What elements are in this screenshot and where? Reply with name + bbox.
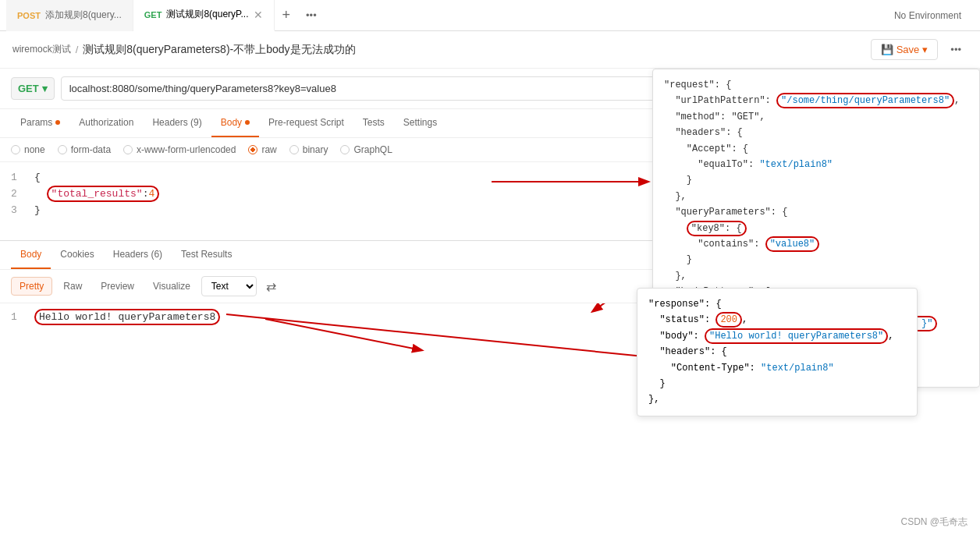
rp-line-8: }, bbox=[664, 189, 968, 204]
hello-world-highlight: Hello world! queryParameters8 bbox=[34, 309, 220, 325]
rp-line-4: "headers": { bbox=[664, 125, 968, 140]
ap-line-4: "headers": { bbox=[648, 344, 906, 360]
urlencoded-radio-icon bbox=[123, 145, 133, 154]
tab-overflow-button[interactable]: ••• bbox=[298, 9, 325, 21]
get-method-label: GET bbox=[144, 10, 162, 19]
raw-radio[interactable]: raw bbox=[248, 144, 276, 155]
headers-tab[interactable]: Headers (9) bbox=[143, 109, 211, 137]
line-number-1: 1 bbox=[11, 170, 27, 186]
rp-line-13: }, bbox=[664, 268, 968, 284]
tab-post[interactable]: POST 添加规则8(query... bbox=[6, 0, 133, 31]
preview-tab[interactable]: Preview bbox=[93, 278, 142, 295]
cookies-label: Cookies bbox=[60, 249, 94, 260]
rp-line-5: "Accept": { bbox=[664, 141, 968, 157]
pretty-label: Pretty bbox=[20, 281, 44, 292]
save-button[interactable]: 💾 Save ▾ bbox=[871, 39, 939, 60]
visualize-tab[interactable]: Visualize bbox=[145, 278, 198, 295]
post-method-label: POST bbox=[17, 11, 41, 20]
graphql-radio[interactable]: GraphQL bbox=[340, 144, 392, 155]
graphql-label: GraphQL bbox=[353, 144, 392, 155]
form-data-label: form-data bbox=[71, 144, 111, 155]
rp-line-7: } bbox=[664, 172, 968, 188]
wrap-lines-button[interactable]: ⇄ bbox=[266, 279, 276, 294]
breadcrumb-current: 测试规则8(queryParameters8)-不带上body是无法成功的 bbox=[83, 43, 355, 57]
method-dropdown-icon: ▾ bbox=[42, 83, 48, 94]
main-area: GET ▾ Send Params Authorization bbox=[0, 69, 980, 240]
tests-label: Tests bbox=[363, 117, 385, 128]
visualize-label: Visualize bbox=[153, 281, 190, 292]
authorization-tab[interactable]: Authorization bbox=[69, 109, 143, 137]
ap-line-3: "body": "Hello world! queryParameters8", bbox=[648, 328, 906, 344]
ap-line-5: "Content-Type": "text/plain8" bbox=[648, 360, 906, 376]
authorization-label: Authorization bbox=[79, 117, 133, 128]
resp-line-number-1: 1 bbox=[11, 311, 27, 323]
body-label: Body bbox=[221, 117, 242, 128]
headers-resp-tab[interactable]: Headers (6) bbox=[104, 241, 172, 269]
save-dropdown-icon[interactable]: ▾ bbox=[922, 44, 928, 55]
svg-line-2 bbox=[265, 319, 421, 350]
tab-get[interactable]: GET 测试规则8(queryP... ✕ bbox=[133, 0, 275, 31]
pre-request-tab[interactable]: Pre-request Script bbox=[259, 109, 353, 137]
tab-post-label: 添加规则8(query... bbox=[45, 9, 122, 22]
body-resp-label: Body bbox=[20, 249, 41, 260]
breadcrumb-root: wiremock测试 bbox=[12, 43, 71, 56]
cookies-tab[interactable]: Cookies bbox=[51, 241, 103, 269]
preview-label: Preview bbox=[101, 281, 134, 292]
tests-tab[interactable]: Tests bbox=[353, 109, 394, 137]
rp-line-3: "method": "GET", bbox=[664, 109, 968, 125]
line-number-3: 3 bbox=[11, 203, 27, 219]
settings-label: Settings bbox=[403, 117, 437, 128]
pretty-tab[interactable]: Pretty bbox=[11, 277, 52, 296]
rp-line-9: "queryParameters": { bbox=[664, 204, 968, 220]
text-format-select[interactable]: Text JSON HTML bbox=[201, 276, 257, 296]
breadcrumb-separator: / bbox=[76, 44, 79, 55]
headers-resp-label: Headers (6) bbox=[113, 249, 162, 260]
rp-line-12: } bbox=[664, 252, 968, 268]
test-results-label: Test Results bbox=[181, 249, 232, 260]
raw-radio-icon bbox=[248, 145, 257, 154]
method-value: GET bbox=[18, 83, 39, 94]
none-radio-icon bbox=[11, 145, 20, 154]
environment-selector[interactable]: No Environment bbox=[882, 10, 974, 21]
graphql-radio-icon bbox=[340, 145, 350, 154]
params-dot bbox=[55, 120, 60, 125]
headers-label: Headers (9) bbox=[152, 117, 201, 128]
settings-tab[interactable]: Settings bbox=[394, 109, 446, 137]
line-number-2: 2 bbox=[11, 186, 27, 203]
tab-bar: POST 添加规则8(query... GET 测试规则8(queryP... … bbox=[0, 0, 980, 31]
rp-line-10: "key8": { bbox=[664, 221, 968, 236]
resp-content: Hello world! queryParameters8 bbox=[34, 311, 220, 323]
body-tab[interactable]: Body bbox=[211, 109, 259, 137]
close-tab-icon[interactable]: ✕ bbox=[254, 9, 263, 21]
total-results-highlight: "total_results":4 bbox=[47, 186, 160, 202]
urlencoded-label: x-www-form-urlencoded bbox=[137, 144, 236, 155]
urlencoded-radio[interactable]: x-www-form-urlencoded bbox=[123, 144, 236, 155]
ap-line-2: "status": 200, bbox=[648, 312, 906, 328]
response-body-area: 1 Hello world! queryParameters8 "respons… bbox=[0, 303, 980, 331]
test-results-tab[interactable]: Test Results bbox=[172, 241, 241, 269]
tab-get-label: 测试规则8(queryP... bbox=[166, 8, 248, 21]
breadcrumb: wiremock测试 / 测试规则8(queryParameters8)-不带上… bbox=[12, 43, 356, 57]
body-resp-tab[interactable]: Body bbox=[11, 241, 51, 269]
params-tab[interactable]: Params bbox=[11, 109, 69, 137]
raw-tab[interactable]: Raw bbox=[55, 278, 90, 295]
method-select[interactable]: GET ▾ bbox=[11, 77, 55, 100]
form-data-radio-icon bbox=[58, 145, 67, 154]
none-label: none bbox=[24, 144, 45, 155]
annotation-popup: "response": { "status": 200, "body": "He… bbox=[637, 288, 918, 416]
binary-radio[interactable]: binary bbox=[289, 144, 328, 155]
rp-line-11: "contains": "value8" bbox=[664, 236, 968, 252]
params-label: Params bbox=[20, 117, 52, 128]
ap-line-7: }, bbox=[648, 392, 906, 407]
rp-line-1: "request": { bbox=[664, 77, 968, 93]
ap-line-1: "response": { bbox=[648, 296, 906, 312]
resp-line-1: 1 Hello world! queryParameters8 bbox=[11, 311, 220, 323]
body-dot bbox=[245, 120, 250, 125]
form-data-radio[interactable]: form-data bbox=[58, 144, 111, 155]
rp-line-2: "urlPathPattern": "/some/thing/queryPara… bbox=[664, 93, 968, 108]
new-tab-button[interactable]: + bbox=[275, 7, 299, 23]
raw-label: raw bbox=[261, 144, 276, 155]
none-radio[interactable]: none bbox=[11, 144, 45, 155]
rp-line-6: "equalTo": "text/plain8" bbox=[664, 157, 968, 172]
more-options-button[interactable]: ••• bbox=[944, 44, 968, 55]
